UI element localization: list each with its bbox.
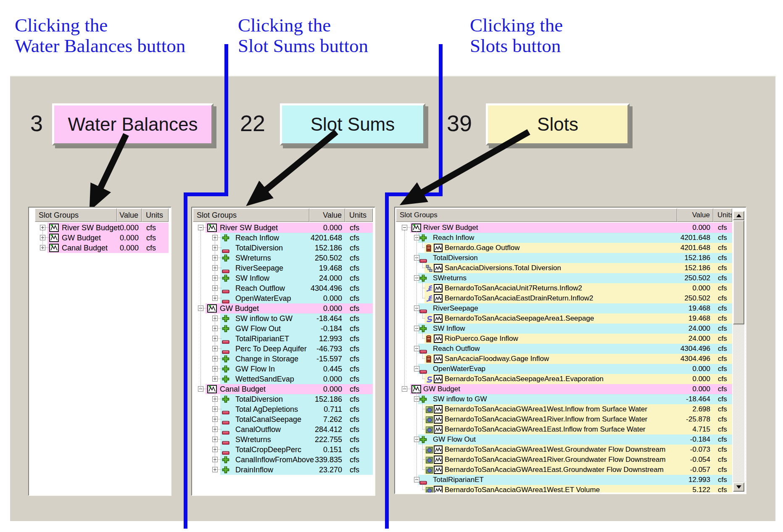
- slot-value: 4201.648: [677, 233, 710, 243]
- table-row[interactable]: Canal Budget0.000cfs: [35, 243, 169, 253]
- table-row[interactable]: OpenWaterEvap0.000cfs: [193, 293, 373, 303]
- column-header-units[interactable]: Units: [142, 208, 169, 222]
- expand-toggle-minus[interactable]: [198, 225, 203, 230]
- slot-value: 339.835: [309, 455, 342, 465]
- table-row[interactable]: TotalCanalSeepage7.262cfs: [193, 414, 373, 424]
- table-row[interactable]: SW inflow to GW-18.464cfs: [396, 394, 732, 404]
- vertical-scrollbar[interactable]: [733, 211, 744, 492]
- table-row[interactable]: CanalInflowFromAbove339.835cfs: [193, 455, 373, 465]
- table-row[interactable]: BernardoToSanAcaciaGWArea1West.Inflow fr…: [396, 404, 732, 414]
- table-row[interactable]: TotalDiversion152.186cfs: [193, 243, 373, 253]
- table-row[interactable]: DrainInflow23.270cfs: [193, 465, 373, 475]
- table-row[interactable]: BernardoToSanAcaciaGWArea1River.Inflow f…: [396, 414, 732, 424]
- table-row[interactable]: SanAcaciaFloodway.Gage Inflow4304.496cfs: [396, 354, 732, 364]
- table-row[interactable]: River SW Budget0.000cfs: [193, 223, 373, 233]
- table-row[interactable]: BernardoToSanAcaciaSeepageArea1.Evaporat…: [396, 374, 732, 384]
- scroll-up-button[interactable]: [733, 211, 744, 220]
- slot-units: cfs: [350, 334, 359, 344]
- slot-sums-button[interactable]: Slot Sums: [280, 103, 425, 145]
- slot-label: RiverSeepage: [235, 263, 283, 273]
- slot-value: 5.122: [677, 485, 710, 492]
- scroll-down-button[interactable]: [733, 482, 744, 492]
- table-row[interactable]: Bernardo.Gage Outflow4201.648cfs: [396, 243, 732, 253]
- table-row[interactable]: CanalOutflow284.412cfs: [193, 424, 373, 435]
- series-slot-icon: [434, 486, 443, 492]
- table-row[interactable]: Perc To Deep Aquifer-46.793cfs: [193, 344, 373, 354]
- table-row[interactable]: TotalRiparianET12.993cfs: [396, 475, 732, 485]
- tree-connector: [45, 248, 49, 248]
- slots-button[interactable]: Slots: [486, 103, 630, 145]
- slot-units: cfs: [718, 455, 727, 465]
- table-row[interactable]: SW Inflow24.000cfs: [193, 273, 373, 283]
- slot-label: BernardoToSanAcaciaGWArea1West.Inflow fr…: [445, 404, 647, 414]
- column-header-value[interactable]: Value: [677, 208, 713, 222]
- table-row[interactable]: BernardoToSanAcaciaEastDrainReturn.Inflo…: [396, 293, 732, 303]
- slot-label: GW Flow Out: [433, 435, 476, 445]
- water-balances-button[interactable]: Water Balances: [52, 103, 214, 145]
- slot-units: cfs: [350, 273, 359, 283]
- table-row[interactable]: OpenWaterEvap0.000cfs: [396, 364, 732, 374]
- column-header-units[interactable]: Units: [345, 208, 373, 222]
- table-row[interactable]: SWreturns250.502cfs: [396, 273, 732, 283]
- table-row[interactable]: RiverSeepage19.468cfs: [193, 263, 373, 273]
- column-header-value[interactable]: Value: [117, 208, 142, 222]
- water-balances-list: River SW Budget0.000cfsGW Budget0.000cfs…: [35, 223, 169, 253]
- slot-units: cfs: [718, 273, 727, 283]
- table-row[interactable]: Change in Storage-15.597cfs: [193, 354, 373, 364]
- slot-value: 0.000: [309, 303, 342, 313]
- table-row[interactable]: GW Budget0.000cfs: [193, 303, 373, 313]
- table-row[interactable]: TotalRiparianET12.993cfs: [193, 334, 373, 344]
- table-row[interactable]: BernardoToSanAcaciaGWArea1West.ET Volume…: [396, 485, 732, 492]
- table-row[interactable]: GW Flow Out-0.184cfs: [396, 435, 732, 445]
- slot-value: 0.000: [309, 223, 342, 233]
- slot-value: 152.186: [309, 394, 342, 404]
- table-row[interactable]: RiverSeepage19.468cfs: [396, 303, 732, 313]
- table-row[interactable]: GW Budget0.000cfs: [396, 384, 732, 394]
- slot-label: RioPuerco.Gage Inflow: [445, 334, 518, 344]
- slot-sums-list: River SW Budget0.000cfsReach Inflow4201.…: [193, 223, 373, 475]
- column-header-slot-groups[interactable]: Slot Groups: [396, 208, 677, 222]
- slot-units: cfs: [350, 283, 359, 293]
- table-row[interactable]: BernardoToSanAcaciaUnit7Returns.Inflow20…: [396, 283, 732, 293]
- table-row[interactable]: Reach Outflow4304.496cfs: [396, 344, 732, 354]
- table-row[interactable]: TotalDiversion152.186cfs: [193, 394, 373, 404]
- column-header-slot-groups[interactable]: Slot Groups: [193, 208, 309, 222]
- slot-value: -0.184: [677, 435, 710, 445]
- tree-connector: [218, 248, 221, 248]
- table-row[interactable]: SanAcaciaDiversions.Total Diversion152.1…: [396, 263, 732, 273]
- table-row[interactable]: SW inflow to GW-18.464cfs: [193, 313, 373, 324]
- table-row[interactable]: Canal Budget0.000cfs: [193, 384, 373, 394]
- table-row[interactable]: BernardoToSanAcaciaSeepageArea1.Seepage1…: [396, 313, 732, 324]
- scrollbar-thumb[interactable]: [733, 220, 744, 324]
- table-row[interactable]: BernardoToSanAcaciaGWArea1East.Groundwat…: [396, 465, 732, 475]
- table-row[interactable]: BernardoToSanAcaciaGWArea1River.Groundwa…: [396, 455, 732, 465]
- table-row[interactable]: BernardoToSanAcaciaGWArea1East.Inflow fr…: [396, 424, 732, 435]
- slot-label: SW inflow to GW: [433, 394, 487, 404]
- annotation-line: Water Balances button: [15, 36, 185, 56]
- table-row[interactable]: GW Budget0.000cfs: [35, 233, 169, 243]
- table-row[interactable]: Reach Inflow4201.648cfs: [396, 233, 732, 243]
- table-row[interactable]: RioPuerco.Gage Inflow24.000cfs: [396, 334, 732, 344]
- column-header-slot-groups[interactable]: Slot Groups: [35, 208, 117, 222]
- column-header-value[interactable]: Value: [309, 208, 345, 222]
- table-row[interactable]: Reach Inflow4201.648cfs: [193, 233, 373, 243]
- table-row[interactable]: SW Inflow24.000cfs: [396, 324, 732, 334]
- table-row[interactable]: WettedSandEvap0.000cfs: [193, 374, 373, 384]
- expand-toggle-plus[interactable]: [40, 225, 45, 230]
- slot-value: 2.698: [677, 404, 710, 414]
- table-row[interactable]: BernardoToSanAcaciaGWArea1West.Groundwat…: [396, 445, 732, 455]
- table-row[interactable]: Reach Outflow4304.496cfs: [193, 283, 373, 293]
- table-row[interactable]: TotalDiversion152.186cfs: [396, 253, 732, 263]
- table-row[interactable]: GW Flow In0.445cfs: [193, 364, 373, 374]
- table-row[interactable]: TotalCropDeepPerc0.151cfs: [193, 445, 373, 455]
- table-row[interactable]: River SW Budget0.000cfs: [396, 223, 732, 233]
- expand-toggle-minus[interactable]: [402, 225, 407, 230]
- column-header-units[interactable]: Units: [713, 208, 732, 222]
- table-row[interactable]: River SW Budget0.000cfs: [35, 223, 169, 233]
- table-row[interactable]: SWreturns222.755cfs: [193, 435, 373, 445]
- slot-label: Canal Budget: [220, 384, 266, 394]
- table-row[interactable]: GW Flow Out-0.184cfs: [193, 324, 373, 334]
- table-row[interactable]: SWreturns250.502cfs: [193, 253, 373, 263]
- slot-units: cfs: [718, 344, 727, 354]
- table-row[interactable]: Total AgDepletions0.711cfs: [193, 404, 373, 414]
